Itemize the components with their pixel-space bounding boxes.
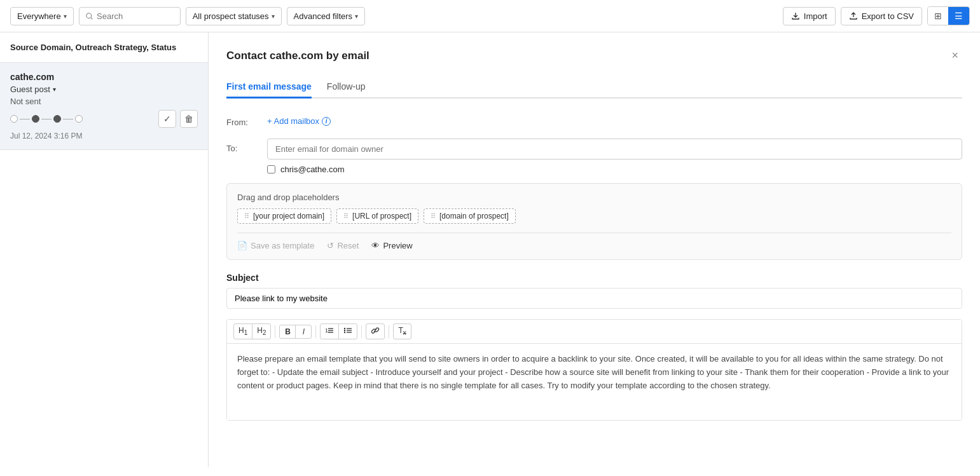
editor-toolbar: H1 H2 B I 1. [227, 320, 962, 344]
dnd-chip-0[interactable]: ⠿ [your project domain] [237, 208, 331, 224]
sidebar: Source Domain, Outreach Strategy, Status… [0, 32, 209, 467]
dnd-actions: 📄 Save as template ↺ Reset 👁 Preview [237, 241, 951, 250]
from-row: From: + Add mailbox i [226, 112, 962, 130]
reset-button[interactable]: ↺ Reset [327, 241, 359, 250]
ordered-list-button[interactable]: 1. [320, 323, 339, 339]
to-email-checkbox-label: chris@cathe.com [280, 165, 345, 174]
toolbar-left: Everywhere ▾ All prospect statuses ▾ Adv… [10, 7, 778, 25]
italic-button[interactable]: I [295, 325, 312, 339]
dnd-chip-label-0: [your project domain] [253, 212, 324, 221]
check-button[interactable]: ✓ [158, 110, 176, 128]
dnd-label: Drag and drop placeholders [237, 193, 951, 202]
search-box [79, 7, 181, 25]
preview-label: Preview [383, 241, 412, 250]
progress-line-3 [63, 119, 73, 119]
to-row: To: chris@cathe.com [226, 139, 962, 174]
editor-sep-2 [315, 325, 316, 338]
save-template-button[interactable]: 📄 Save as template [237, 241, 314, 250]
location-dropdown[interactable]: Everywhere ▾ [10, 7, 74, 25]
import-button[interactable]: Import [783, 7, 836, 25]
toolbar-right: Import Export to CSV ⊞ ☰ [783, 6, 970, 25]
progress-dot-4 [75, 115, 83, 123]
tab-first-email[interactable]: First email message [226, 76, 312, 99]
h2-button[interactable]: H2 [252, 323, 271, 339]
reset-label: Reset [337, 241, 359, 250]
sidebar-item-strategy: Guest post ▾ [10, 85, 198, 94]
view-toggle: ⊞ ☰ [927, 6, 970, 25]
grid-view-icon: ⊞ [934, 11, 942, 21]
to-checkbox-row: chris@cathe.com [267, 165, 962, 174]
editor-sep-3 [361, 325, 362, 338]
sidebar-item-controls: ✓ 🗑 [10, 110, 198, 128]
list-view-icon: ☰ [955, 11, 963, 21]
drag-handle-icon: ⠿ [431, 212, 436, 221]
svg-point-6 [344, 328, 345, 329]
from-field: + Add mailbox i [267, 112, 962, 130]
clear-format-button[interactable]: Tx [393, 323, 411, 339]
sidebar-header: Source Domain, Outreach Strategy, Status [0, 32, 208, 63]
progress-dot-2 [32, 115, 39, 123]
advanced-filters-chevron-icon: ▾ [355, 13, 358, 20]
add-mailbox-button[interactable]: + Add mailbox i [267, 112, 331, 130]
from-label: From: [226, 112, 257, 127]
dnd-divider [237, 233, 951, 233]
unordered-list-button[interactable] [338, 323, 357, 339]
save-template-label: Save as template [251, 241, 314, 250]
progress-dots [10, 115, 83, 123]
progress-dot-1 [10, 115, 18, 123]
location-label: Everywhere [17, 11, 61, 21]
svg-point-8 [344, 332, 345, 333]
import-icon [791, 11, 800, 20]
progress-line-2 [41, 119, 52, 119]
panel-title: Contact cathe.com by email [226, 50, 369, 62]
clear-format-icon: Tx [398, 326, 406, 335]
sidebar-item[interactable]: cathe.com Guest post ▾ Not sent ✓ [0, 63, 208, 150]
toolbar: Everywhere ▾ All prospect statuses ▾ Adv… [0, 0, 980, 32]
status-filter-label: All prospect statuses [193, 11, 269, 21]
editor-sep-4 [389, 325, 389, 338]
status-filter-dropdown[interactable]: All prospect statuses ▾ [186, 7, 282, 25]
editor-container: H1 H2 B I 1. [226, 319, 962, 421]
grid-view-button[interactable]: ⊞ [928, 7, 948, 25]
delete-button[interactable]: 🗑 [180, 110, 198, 128]
drag-handle-icon: ⠿ [343, 212, 349, 221]
progress-dot-3 [53, 115, 61, 123]
tab-follow-up[interactable]: Follow-up [327, 76, 366, 99]
to-email-input[interactable] [267, 139, 962, 160]
text-format-buttons: B I [279, 325, 312, 339]
main-layout: Source Domain, Outreach Strategy, Status… [0, 32, 980, 467]
bold-button[interactable]: B [279, 325, 296, 339]
heading-buttons: H1 H2 [233, 323, 271, 339]
to-email-checkbox[interactable] [267, 165, 275, 173]
editor-sep-1 [275, 325, 275, 338]
dnd-chip-1[interactable]: ⠿ [URL of prospect] [336, 208, 418, 224]
advanced-filters-dropdown[interactable]: Advanced filters ▾ [287, 7, 366, 25]
link-button[interactable] [366, 323, 385, 339]
export-button[interactable]: Export to CSV [841, 7, 922, 25]
location-chevron-icon: ▾ [64, 13, 67, 20]
search-input[interactable] [97, 11, 174, 21]
sidebar-item-status: Not sent [10, 97, 198, 106]
svg-line-1 [91, 17, 93, 19]
dnd-chips: ⠿ [your project domain] ⠿ [URL of prospe… [237, 208, 951, 224]
dnd-chip-label-2: [domain of prospect] [439, 212, 509, 221]
import-label: Import [804, 11, 827, 21]
svg-point-0 [86, 13, 92, 18]
close-button[interactable]: × [948, 48, 962, 64]
subject-label: Subject [226, 273, 962, 283]
dnd-chip-label-1: [URL of prospect] [352, 212, 411, 221]
svg-point-7 [344, 330, 345, 331]
h1-button[interactable]: H1 [233, 323, 252, 339]
save-template-icon: 📄 [237, 241, 247, 250]
preview-button[interactable]: 👁 Preview [371, 241, 412, 250]
drag-handle-icon: ⠿ [244, 212, 249, 221]
list-view-button[interactable]: ☰ [948, 7, 969, 25]
info-icon: i [322, 117, 331, 126]
to-label: To: [226, 139, 257, 153]
status-chevron-icon: ▾ [272, 13, 275, 20]
subject-input[interactable] [226, 288, 962, 309]
dnd-chip-2[interactable]: ⠿ [domain of prospect] [424, 208, 516, 224]
editor-body[interactable]: Please prepare an email template that yo… [227, 344, 962, 420]
reset-icon: ↺ [327, 241, 334, 250]
export-icon [849, 11, 858, 20]
